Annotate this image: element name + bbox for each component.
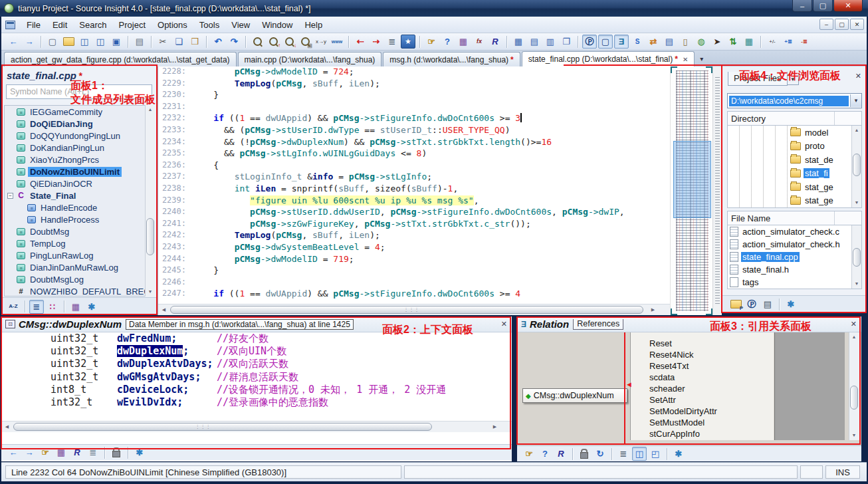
settings-gear-icon[interactable]: ✱ (132, 445, 147, 459)
code-line[interactable]: 2236: { (158, 160, 670, 172)
code-line[interactable]: 2242: TempLog(pCMsg, sBuff, iLen); (158, 230, 670, 242)
help-topic-icon[interactable]: ? (440, 35, 455, 49)
code-line[interactable]: 2231: (158, 102, 670, 114)
search-web-icon[interactable]: www (330, 35, 344, 49)
code-line[interactable]: 2244: pCMsg->dwModelID = 719; (158, 254, 670, 266)
directory-item-stat_ge[interactable]: stat_ge (728, 180, 861, 194)
symbol-item-DoubtMsgLog[interactable]: ≡DoubtMsgLog (5, 273, 154, 285)
project-new-icon[interactable]: Ⓟ (744, 297, 759, 311)
print-icon[interactable]: ▤ (132, 35, 147, 49)
project-open-folder-icon[interactable]: P (728, 297, 743, 311)
combo-chevron-icon[interactable]: ▾ (850, 94, 861, 107)
close-button[interactable]: ✕ (833, 0, 863, 12)
tab-close-icon[interactable]: ✕ (683, 56, 688, 63)
remove-line-icon[interactable]: -≣ (797, 35, 812, 49)
symbol-list-icon[interactable]: ▦ (742, 35, 756, 49)
search-icon[interactable] (250, 35, 265, 49)
context-menu-icon[interactable]: ≣ (385, 35, 399, 49)
code-line[interactable]: 2238: int iLen = snprintf(sBuff, sizeof(… (158, 183, 670, 195)
directory-scrollbar[interactable]: ▲ ▼ (851, 126, 861, 207)
directory-item-stat_de[interactable]: stat_de (728, 153, 861, 167)
nav-forward-icon[interactable]: → (22, 445, 37, 459)
scroll-up-arrow[interactable]: ▲ (849, 332, 859, 342)
menu-view[interactable]: View (225, 18, 256, 32)
scroll-right-arrow[interactable]: ▶ (648, 305, 658, 314)
web-globe-icon[interactable]: ◍ (694, 35, 708, 49)
add-line-icon[interactable]: +≣ (781, 35, 796, 49)
code-line[interactable]: 2240: pCMsg->stUserID.ddwUserID, pCMsg->… (158, 207, 670, 219)
graph-vertical-view-icon[interactable]: ◰ (648, 447, 663, 461)
symbol-search-input[interactable] (6, 84, 152, 99)
symbol-item-IEGGameCommity[interactable]: ≡IEGGameCommity (5, 106, 154, 118)
symbol-item-State_Final[interactable]: −CState_Final (5, 189, 154, 201)
scroll-right-arrow[interactable]: ▶ (490, 422, 500, 431)
nav-back-icon[interactable]: ← (6, 35, 21, 49)
file-list-scrollbar[interactable]: ▼ (851, 225, 861, 289)
menu-help[interactable]: Help (298, 18, 328, 32)
code-line[interactable]: 2234: && (!pCMsg->dwDuplexNum) && pCMsg-… (158, 137, 670, 149)
scroll-up-arrow[interactable]: ▲ (146, 105, 155, 114)
exit-door-icon[interactable]: ▯ (678, 35, 693, 49)
symbol-list-scrollbar[interactable]: ▲ ▼ (145, 105, 155, 297)
tile-horizontal-icon[interactable]: ▤ (527, 35, 542, 49)
list-view-icon[interactable]: ≣ (29, 300, 44, 314)
menu-search[interactable]: Search (73, 18, 112, 32)
symbol-item-TempLog[interactable]: ≡TempLog (5, 237, 154, 249)
code-minimap[interactable] (670, 66, 722, 315)
symbol-item-QiEDianJinOCR[interactable]: ≡QiEDianJinOCR (5, 178, 154, 189)
r-logo-icon[interactable]: R (488, 35, 502, 49)
scroll-thumb[interactable] (850, 386, 858, 410)
graph-horizontal-view-icon[interactable]: ◫ (632, 447, 647, 461)
symbol-window-icon[interactable]: S (630, 35, 645, 49)
context-list-icon[interactable]: ≣ (86, 445, 100, 459)
settings-gear-icon[interactable]: ✱ (671, 447, 686, 461)
code-line[interactable]: 2229: TempLog(pCMsg, sBuff, iLen); (158, 78, 670, 90)
directory-item-stat_fi[interactable]: stat_fi (728, 167, 861, 181)
help-window-icon[interactable]: ▤ (662, 35, 677, 49)
reference-item-clipped[interactable] (631, 332, 774, 338)
symbol-item-DoQQYundongPingLun[interactable]: ≡DoQQYundongPingLun (5, 130, 154, 142)
code-line[interactable]: 2235: && pCMsg->stLgInfo.wUINLgGuidDays … (158, 148, 670, 160)
symbol-item-DoQiEDianJing[interactable]: ≡DoQiEDianJing (5, 118, 154, 130)
code-line[interactable]: 2237: stLoginInfo_t &info = pCMsg->stLgI… (158, 172, 670, 183)
open-file-icon[interactable] (61, 35, 76, 49)
file-item-tags[interactable]: tags (728, 276, 861, 289)
maximize-button[interactable]: ▢ (813, 0, 833, 12)
contents-book-icon[interactable]: ▦ (456, 35, 471, 49)
code-line[interactable]: 2228: pCMsg->dwModelID = 724; (158, 66, 670, 78)
minimize-button[interactable]: – (792, 0, 812, 12)
tree-collapse-icon[interactable]: − (7, 193, 13, 199)
tab-3[interactable]: msg.h (d:\workdata\...\fang_shua)* (383, 52, 520, 66)
paste-icon[interactable]: ❒ (187, 35, 202, 49)
code-line[interactable]: 2239: "figure uin %lu 600scnt %u ip %u %… (158, 195, 670, 207)
tile-vertical-icon[interactable]: ▥ (543, 35, 558, 49)
relation-references-tab[interactable]: References (573, 319, 623, 330)
minimap-viewport[interactable] (673, 141, 711, 218)
r-logo-icon[interactable]: R (70, 445, 84, 459)
reference-item-SetAttr[interactable]: SetAttr (631, 395, 774, 406)
browse-hand-icon[interactable]: ☞ (424, 35, 439, 49)
symbol-item-HandleProcess[interactable]: ≡HandleProcess (5, 213, 154, 225)
reference-item-Reset4Nick[interactable]: Reset4Nick (631, 350, 774, 361)
reference-item-Reset4Txt[interactable]: Reset4Txt (631, 361, 774, 372)
file-item-action_simulator_check.c[interactable]: action_simulator_check.c (728, 225, 861, 238)
file-item-action_simulator_check.h[interactable]: action_simulator_check.h (728, 238, 861, 251)
contents-book-icon[interactable]: ▦ (54, 445, 68, 459)
symbol-item-NOWZHIBO_DEFAUTL_BREGT[interactable]: #NOWZHIBO_DEFAUTL_BREGT (5, 285, 154, 297)
toggle-plus-minus-icon[interactable]: +/- (765, 35, 780, 49)
scroll-down-arrow[interactable]: ▼ (146, 287, 155, 297)
symbol-item-DoubtMsg[interactable]: ≡DoubtMsg (5, 225, 154, 237)
bird-icon[interactable]: ➤ (710, 35, 724, 49)
symbol-item-DoKandianPingLun[interactable]: ≡DoKandianPingLun (5, 142, 154, 154)
browse-hand-icon[interactable]: ☞ (522, 447, 536, 461)
relation-graph[interactable]: ◆ CMsg::dwDuplexNum ResetReset4NickReset… (517, 332, 861, 440)
tab-2[interactable]: main.cpp (D:\workdata\...\fang_shua) (238, 52, 382, 66)
file-list-icon[interactable]: ▤ (760, 297, 775, 311)
project-files-tab[interactable]: Project Files (728, 72, 788, 86)
lock-icon[interactable] (109, 445, 124, 459)
reference-item-scdata[interactable]: scdata (631, 372, 774, 384)
redo-icon[interactable]: ↷ (227, 35, 241, 49)
menu-window[interactable]: Window (256, 18, 298, 32)
project-path-combo[interactable]: D:\workdata\code\c2cmsg ▾ (727, 93, 862, 108)
cut-icon[interactable]: ✂ (156, 35, 170, 49)
